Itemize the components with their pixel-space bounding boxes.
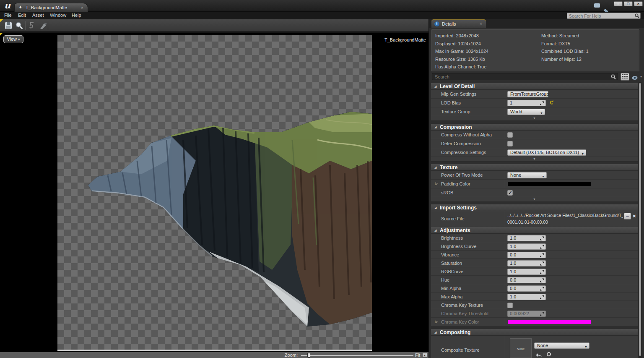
rgbcurve-input[interactable]: 1.0 (507, 269, 546, 275)
property-label: Vibrance (441, 252, 459, 257)
view-options-button[interactable] (632, 74, 642, 79)
unreal-engine-logo-icon: u (4, 0, 10, 10)
details-scrollbar-thumb[interactable] (639, 83, 641, 356)
reset-to-default-icon[interactable] (549, 100, 554, 105)
spinbox-drag-icon[interactable] (540, 236, 544, 240)
transparency-checkerboard[interactable] (57, 35, 372, 350)
property-label: Chroma Key Texture (441, 303, 483, 308)
advanced-expander-compression[interactable] (431, 157, 638, 162)
expand-property-icon[interactable] (435, 320, 438, 324)
spinbox-drag-icon[interactable] (540, 270, 544, 274)
compression-settings-dropdown[interactable]: Default (DXT1/5, BC1/3 on DX11) (507, 149, 586, 156)
feedback-bubble-icon[interactable] (594, 3, 600, 8)
section-header-adjustments[interactable]: Adjustments (431, 227, 638, 234)
spinbox-drag-icon[interactable] (540, 101, 544, 105)
property-label: Mip Gen Settings (441, 91, 476, 97)
row-vibrance: Vibrance 0.0 (431, 251, 638, 259)
padding-color-swatch[interactable] (508, 182, 591, 186)
input-value: 0.0 (510, 277, 516, 282)
browse-file-button[interactable]: ... (624, 213, 631, 220)
spinbox-drag-icon[interactable] (540, 287, 544, 290)
spinbox-drag-icon (540, 312, 544, 316)
info-imported: Imported: 2048x2048 (435, 32, 488, 40)
zoom-slider-handle[interactable] (307, 353, 310, 358)
spinbox-drag-icon[interactable] (540, 278, 544, 282)
texture-preview-viewport[interactable]: View T_BackgroundMatte (0, 33, 428, 352)
section-header-level-of-detail[interactable]: Level Of Detail (431, 83, 638, 90)
details-tab[interactable]: i Details × (431, 19, 486, 28)
row-max-alpha: Max Alpha 1.0 (431, 293, 638, 301)
expand-property-icon[interactable] (435, 182, 438, 186)
composite-texture-thumbnail[interactable]: None (510, 338, 532, 358)
section-expand-icon (434, 85, 436, 88)
details-search-input[interactable] (435, 74, 607, 79)
zoom-slider-track[interactable] (301, 355, 413, 356)
menu-help[interactable]: Help (72, 13, 81, 18)
browse-to-asset-icon[interactable] (547, 352, 551, 356)
asset-document-tab[interactable]: T_BackgroundMatte × (14, 3, 88, 12)
spinbox-drag-icon[interactable] (540, 245, 544, 248)
chroma-key-color-swatch[interactable] (508, 320, 591, 324)
texture-info-box: Imported: 2048x2048 Displayed: 1024x1024… (431, 29, 639, 71)
spinbox-drag-icon[interactable] (540, 295, 544, 299)
section-header-import-settings[interactable]: Import Settings (431, 204, 638, 211)
minimize-button[interactable]: – (614, 1, 623, 6)
power-of-two-mode-dropdown[interactable]: None (507, 172, 547, 178)
section-title: Adjustments (440, 227, 470, 233)
section-title: Level Of Detail (440, 84, 475, 89)
spinbox-drag-icon[interactable] (540, 261, 544, 265)
min-alpha-input[interactable]: 0.0 (507, 285, 546, 292)
advanced-expander-texture[interactable] (431, 197, 638, 202)
zoom-fit-dropdown-button[interactable] (422, 353, 427, 358)
menu-asset[interactable]: Asset (32, 13, 44, 18)
chevron-down-icon (640, 75, 642, 78)
chroma-key-threshold-input: 0.003922 (507, 311, 546, 317)
help-search-input[interactable] (569, 13, 633, 18)
dropdown-value: Default (DXT1/5, BC1/3 on DX11) (510, 150, 579, 155)
menu-edit[interactable]: Edit (18, 13, 26, 18)
details-scrollbar[interactable] (639, 82, 641, 358)
max-alpha-input[interactable]: 1.0 (507, 294, 546, 300)
lod-bias-input[interactable]: 1 (507, 100, 546, 106)
brightness-curve-input[interactable]: 1.0 (507, 243, 546, 250)
mip-gen-settings-dropdown[interactable]: FromTextureGroup (507, 91, 548, 97)
input-value: 1 (510, 100, 512, 105)
brightness-input[interactable]: 1.0 (507, 235, 546, 241)
vibrance-input[interactable]: 0.0 (507, 252, 546, 258)
clear-path-button[interactable]: × (633, 213, 636, 219)
reimport-button[interactable] (27, 21, 36, 30)
save-button[interactable] (4, 21, 13, 30)
hue-input[interactable]: 0.0 (507, 277, 546, 283)
chroma-key-texture-checkbox[interactable] (507, 303, 513, 308)
property-matrix-button[interactable] (621, 73, 629, 81)
defer-compression-checkbox[interactable] (507, 141, 513, 146)
saturation-input[interactable]: 1.0 (507, 260, 546, 267)
advanced-expander-level-of-detail[interactable] (431, 116, 638, 121)
texture-group-dropdown[interactable]: World (507, 109, 545, 115)
find-in-content-browser-button[interactable] (15, 21, 24, 30)
section-header-compositing[interactable]: Compositing (431, 329, 638, 336)
help-search-box[interactable] (567, 13, 641, 19)
composite-texture-dropdown[interactable]: None (534, 342, 589, 349)
menu-file[interactable]: File (4, 13, 12, 18)
spinbox-drag-icon[interactable] (540, 253, 544, 257)
close-button[interactable]: × (634, 1, 643, 6)
section-title: Import Settings (440, 205, 477, 211)
compress-button[interactable] (39, 21, 48, 30)
use-selected-asset-arrow-icon[interactable] (536, 353, 542, 358)
srgb-checkbox[interactable] (507, 190, 513, 196)
view-menu-button[interactable]: View (3, 35, 23, 43)
property-label: Brightness Curve (441, 244, 476, 249)
horizontal-scrollbar[interactable] (57, 350, 372, 351)
section-header-compression[interactable]: Compression (431, 124, 638, 131)
maximize-button[interactable]: □ (624, 1, 633, 6)
compress-without-alpha-checkbox[interactable] (507, 132, 513, 138)
details-tab-close-icon[interactable]: × (480, 21, 482, 26)
info-method: Method: Streamed (541, 32, 589, 40)
section-title: Compositing (440, 329, 470, 335)
asset-tab-close-icon[interactable]: × (81, 5, 83, 10)
menu-window[interactable]: Window (50, 13, 66, 18)
section-header-texture[interactable]: Texture (431, 164, 638, 171)
info-resource-size: Resource Size: 1365 Kb (435, 55, 488, 63)
details-search-box[interactable] (432, 73, 618, 80)
